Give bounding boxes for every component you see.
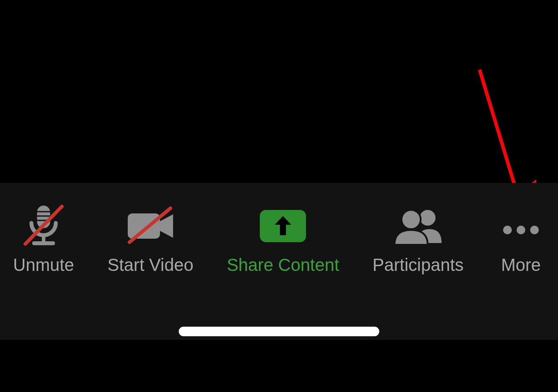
home-indicator[interactable] xyxy=(179,327,379,336)
meeting-toolbar: Unmute Start Video Share C xyxy=(0,183,558,340)
participants-icon xyxy=(388,200,449,253)
svg-rect-5 xyxy=(42,234,45,242)
svg-point-12 xyxy=(401,210,421,229)
unmute-label: Unmute xyxy=(13,255,74,275)
svg-rect-8 xyxy=(128,213,160,239)
more-button[interactable]: More xyxy=(497,200,545,275)
more-label: More xyxy=(501,255,541,275)
svg-point-14 xyxy=(517,226,525,234)
meeting-screen: Unmute Start Video Share C xyxy=(0,0,558,392)
svg-point-11 xyxy=(420,210,436,226)
camera-off-icon xyxy=(120,200,181,253)
svg-point-15 xyxy=(530,226,539,234)
svg-line-0 xyxy=(480,70,518,196)
more-dots-icon xyxy=(497,200,545,253)
unmute-button[interactable]: Unmute xyxy=(13,200,74,275)
start-video-button[interactable]: Start Video xyxy=(108,200,194,275)
share-content-icon xyxy=(255,200,311,253)
microphone-muted-icon xyxy=(17,200,70,253)
share-content-button[interactable]: Share Content xyxy=(227,200,339,275)
svg-rect-6 xyxy=(32,241,55,245)
start-video-label: Start Video xyxy=(108,255,194,275)
share-content-label: Share Content xyxy=(227,255,339,275)
participants-button[interactable]: Participants xyxy=(373,200,464,275)
svg-point-13 xyxy=(503,226,512,234)
participants-label: Participants xyxy=(373,255,464,275)
